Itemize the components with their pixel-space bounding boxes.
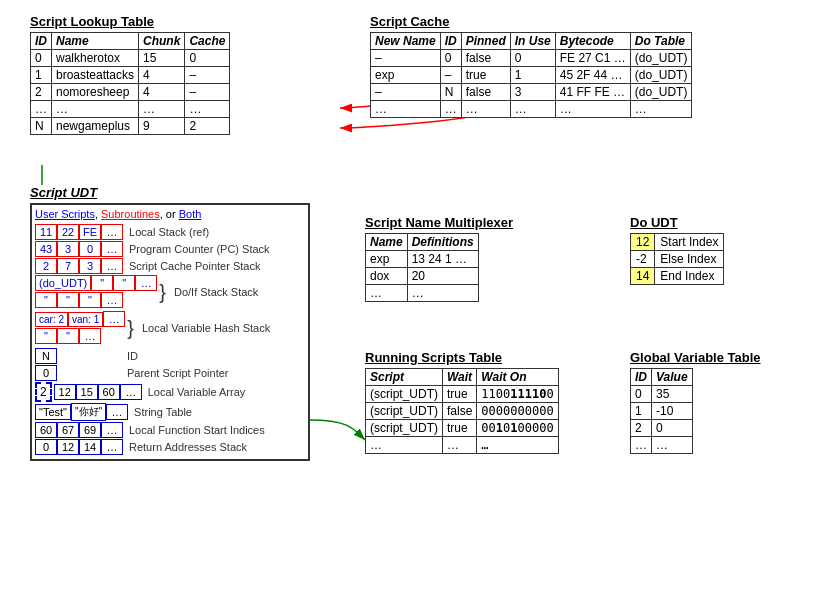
global-var-panel: Global Variable Table ID Value 0351-1020… <box>630 350 761 454</box>
do-udt-title: Do UDT <box>630 215 724 230</box>
udt-zero-row: 0 Parent Script Pointer <box>35 365 305 381</box>
wait-on-cell: 0010100000 <box>477 420 558 437</box>
table-row: …… <box>366 285 479 302</box>
script-udt-panel: Script UDT User Scripts, Subroutines, or… <box>30 185 310 461</box>
cache-col-newname: New Name <box>371 33 441 50</box>
script-udt-subheader: User Scripts, Subroutines, or Both <box>35 208 305 220</box>
udt-string-table: "Test" "你好" … String Table <box>35 403 305 421</box>
running-scripts-title: Running Scripts Table <box>365 350 559 365</box>
script-lookup-panel: Script Lookup Table ID Name Chunk Cache … <box>30 14 230 135</box>
table-row: 14End Index <box>631 268 724 285</box>
udt-doif-group: (do_UDT) " " … " " " … } Do/If Stack Sta… <box>35 275 305 309</box>
rs-col-waiton: Wait On <box>477 369 558 386</box>
script-cache-table: New Name ID Pinned In Use Bytecode Do Ta… <box>370 32 692 118</box>
global-var-title: Global Variable Table <box>630 350 761 365</box>
gv-col-id: ID <box>631 369 652 386</box>
wait-on-cell: 0000000000 <box>477 403 558 420</box>
wait-on-cell: 1100111100 <box>477 386 558 403</box>
gv-col-value: Value <box>652 369 693 386</box>
rs-col-script: Script <box>366 369 443 386</box>
col-name: Name <box>52 33 139 50</box>
script-cache-panel: Script Cache New Name ID Pinned In Use B… <box>370 14 692 118</box>
script-name-mux-table: Name Definitions exp13 24 1 …dox20…… <box>365 233 479 302</box>
running-scripts-table: Script Wait Wait On (script_UDT)true1100… <box>365 368 559 454</box>
udt-id-row: N ID <box>35 348 305 364</box>
script-lookup-table: ID Name Chunk Cache 0walkherotox1501broa… <box>30 32 230 135</box>
col-chunk: Chunk <box>139 33 185 50</box>
wait-on-cell: … <box>477 437 558 454</box>
table-row: -2Else Index <box>631 251 724 268</box>
cache-col-inuse: In Use <box>510 33 555 50</box>
table-row: 1-10 <box>631 403 693 420</box>
table-row: ……………… <box>371 101 692 118</box>
udt-localvar-group: car: 2 van: 1 … " " … } Local Variable H… <box>35 311 305 345</box>
table-row: exp13 24 1 … <box>366 251 479 268</box>
table-row: –0false0FE 27 C1 …(do_UDT) <box>371 50 692 67</box>
mux-col-defs: Definitions <box>407 234 478 251</box>
table-row: (script_UDT)true0010100000 <box>366 420 559 437</box>
or-both-label: Both <box>179 208 202 220</box>
cache-col-bytecode: Bytecode <box>555 33 630 50</box>
table-row: …… <box>631 437 693 454</box>
cache-col-pinned: Pinned <box>461 33 510 50</box>
table-row: ……… <box>366 437 559 454</box>
user-scripts-label: User Scripts <box>35 208 95 220</box>
rs-col-wait: Wait <box>443 369 477 386</box>
script-lookup-title: Script Lookup Table <box>30 14 230 29</box>
table-row: 1broasteattacks4– <box>31 67 230 84</box>
table-row: dox20 <box>366 268 479 285</box>
table-row: –Nfalse341 FF FE …(do_UDT) <box>371 84 692 101</box>
cache-col-dotable: Do Table <box>630 33 692 50</box>
col-cache: Cache <box>185 33 230 50</box>
script-udt-title: Script UDT <box>30 185 310 200</box>
script-name-mux-panel: Script Name Multiplexer Name Definitions… <box>365 215 513 302</box>
table-row: (script_UDT)false0000000000 <box>366 403 559 420</box>
do-udt-table: 12Start Index-2Else Index14End Index <box>630 233 724 285</box>
subroutines-label: Subroutines <box>101 208 160 220</box>
table-row: (script_UDT)true1100111100 <box>366 386 559 403</box>
global-var-table: ID Value 0351-1020…… <box>630 368 693 454</box>
running-scripts-panel: Running Scripts Table Script Wait Wait O… <box>365 350 559 454</box>
table-row: Nnewgameplus92 <box>31 118 230 135</box>
table-row: 0walkherotox150 <box>31 50 230 67</box>
script-name-mux-title: Script Name Multiplexer <box>365 215 513 230</box>
script-cache-title: Script Cache <box>370 14 692 29</box>
udt-row-cache-ptr: 2 7 3 … Script Cache Pointer Stack <box>35 258 305 274</box>
udt-local-var-array: 2 12 15 60 … Local Variable Array <box>35 382 305 402</box>
udt-row-local-stack: 11 22 FE … Local Stack (ref) <box>35 224 305 240</box>
col-id: ID <box>31 33 52 50</box>
udt-return-addr: 0 12 14 … Return Addresses Stack <box>35 439 305 455</box>
table-row: 12Start Index <box>631 234 724 251</box>
table-row: exp–true145 2F 44 …(do_UDT) <box>371 67 692 84</box>
udt-func-indices: 60 67 69 … Local Function Start Indices <box>35 422 305 438</box>
mux-col-name: Name <box>366 234 408 251</box>
table-row: 035 <box>631 386 693 403</box>
udt-row-pc: 43 3 0 … Program Counter (PC) Stack <box>35 241 305 257</box>
table-row: 20 <box>631 420 693 437</box>
table-row: 2nomoresheep4– <box>31 84 230 101</box>
cache-col-id: ID <box>440 33 461 50</box>
do-udt-panel: Do UDT 12Start Index-2Else Index14End In… <box>630 215 724 285</box>
table-row: ………… <box>31 101 230 118</box>
